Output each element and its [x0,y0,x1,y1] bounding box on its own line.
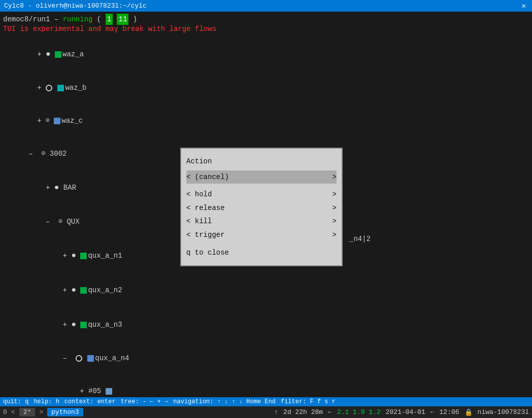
taskbar-date: 2021-04-01 [386,408,425,416]
tree-label: tree: - ← + → [121,398,169,405]
title-bar: Cylc8 - oliverh@niwa-1007823l:~/cylc ✕ [0,0,532,12]
warning-line: TUI is experimental and may break with l… [3,25,529,33]
dialog-item-cancel[interactable]: < (cancel) > [186,170,337,184]
dialog-item-release[interactable]: < release > [186,201,337,215]
action-dialog: Action < (cancel) > < hold > < release >… [180,148,343,266]
nav-label: navigation: ↑ ↓ ↑ ↓ Home End [173,398,276,405]
help-label[interactable]: help: h [34,398,59,405]
status-line: democ8/run1 – running ( 1 11 ) [3,14,529,25]
taskbar-up-arrow: ↑ [274,408,278,416]
dialog-title: Action [186,155,337,168]
taskbar-duration: 2d 22h 28m [283,408,323,416]
main-area: democ8/run1 – running ( 1 11 ) TUI is ex… [0,12,532,397]
close-button[interactable]: ✕ [520,2,528,10]
taskbar-time: 12:06 [440,408,459,416]
taskbar-left-arr2: ← [328,408,332,416]
tree-item-waz_b[interactable]: + waz_b [3,72,529,105]
dialog-footer: q to close [186,246,337,260]
quit-label[interactable]: quit: q [3,398,28,405]
taskbar-host: niwa-1007823l [478,408,529,416]
suite-name: democ8/run1 [3,15,50,23]
tree-item-05[interactable]: + #05 [3,375,529,397]
taskbar: 0 < 2* > python3 ↑ 2d 22h 28m ← 2.1 1.9 … [0,406,532,418]
title-text: Cylc8 - oliverh@niwa-1007823l:~/cylc [4,2,147,10]
taskbar-left-arrow[interactable]: < [11,408,15,416]
taskbar-num: 0 [3,408,7,416]
running-status: running [63,15,93,23]
count1: 1 [106,14,113,25]
dialog-item-kill[interactable]: < kill > [186,215,337,228]
tree-item-waz_a[interactable]: + ● waz_a [3,37,529,72]
dialog-item-hold[interactable]: < hold > [186,188,337,201]
context-label[interactable]: context: enter [64,398,116,405]
taskbar-right-arrow[interactable]: > [39,408,43,416]
tree-item-qux_a_n4[interactable]: – qux_a_n4 [3,342,529,375]
filter-label[interactable]: filter: F f s r [281,398,336,405]
taskbar-left-arr3: ← [430,408,435,416]
dialog-aside: _n4|2 [349,235,371,243]
dialog-item-trigger[interactable]: < trigger > [186,228,337,242]
count2: 11 [117,14,128,25]
tree-item-qux_a_n3[interactable]: + ● qux_a_n3 [3,307,529,342]
tree-item-waz_c[interactable]: + ⊙ waz_c [3,105,529,138]
tree-item-qux_a_n2[interactable]: + ● qux_a_n2 [3,273,529,307]
taskbar-python[interactable]: python3 [47,408,83,416]
lock-icon: 🔒 [464,408,473,416]
bottom-bar: quit: q help: h context: enter tree: - ←… [0,397,532,406]
taskbar-tab-inactive[interactable]: 2* [19,408,36,416]
taskbar-right: ↑ 2d 22h 28m ← 2.1 1.9 1.2 2021-04-01 ← … [274,408,529,416]
taskbar-versions: 2.1 1.9 1.2 [337,408,381,416]
